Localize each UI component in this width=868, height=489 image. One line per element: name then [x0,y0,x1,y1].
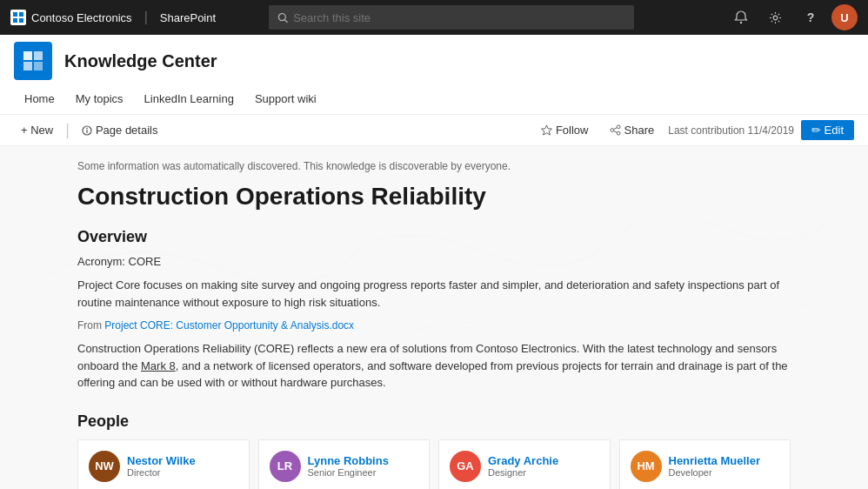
source-prefix: From [77,319,104,332]
user-avatar[interactable]: U [831,4,858,30]
svg-rect-8 [23,51,32,60]
star-icon [541,124,552,136]
app-logo-group[interactable]: Contoso Electronics [10,10,132,25]
mark8-text: Mark 8 [141,359,176,372]
info-banner: Some information was automatically disco… [77,160,791,172]
person-name[interactable]: Grady Archie [488,454,558,467]
person-card: GA Grady Archie Designer Design manager … [438,439,611,490]
nav-my-topics[interactable]: My topics [65,85,134,114]
person-role: Designer [488,467,558,478]
settings-icon[interactable] [762,3,790,31]
source-link-anchor[interactable]: Project CORE: Customer Opportunity & Ana… [104,319,354,332]
notifications-icon[interactable] [727,3,755,31]
sharepoint-label: SharePoint [160,11,216,24]
last-contribution: Last contribution 11/4/2019 [668,124,794,137]
follow-label: Follow [556,124,589,137]
nav-support-wiki[interactable]: Support wiki [244,85,327,114]
svg-point-14 [86,127,88,129]
toolbar-right: Follow Share Last contribution 11/4/2019… [534,120,854,140]
top-nav-icons: ? U [727,3,858,31]
person-info: Henrietta Mueller Developer [669,454,760,478]
person-avatar: GA [450,451,481,482]
svg-line-5 [284,19,287,22]
page-details-label: Page details [96,124,158,137]
people-section: People NW Nestor Wilke Director Leads co… [77,412,791,490]
person-card: HM Henrietta Mueller Developer Developme… [619,439,791,490]
svg-point-6 [740,22,742,23]
acronym-line: Acronym: CORE [77,255,791,268]
person-role: Senior Engineer [308,467,389,478]
svg-line-20 [613,131,617,132]
page-title: Construction Operations Reliability [77,183,791,211]
svg-rect-1 [19,12,23,17]
main-content: Some information was automatically disco… [0,146,868,489]
site-header: Knowledge Center Home My topics LinkedIn… [0,35,868,115]
svg-rect-2 [13,18,17,23]
new-button[interactable]: + New [14,120,60,140]
share-button[interactable]: Share [603,120,662,140]
person-card: NW Nestor Wilke Director Leads construct… [77,439,250,490]
person-info: Grady Archie Designer [488,454,558,478]
site-header-top: Knowledge Center [14,42,854,85]
nav-home[interactable]: Home [14,85,65,114]
person-card-top: NW Nestor Wilke Director [89,451,238,482]
site-title-group: Knowledge Center [64,51,217,71]
overview-description: Project Core focuses on making site surv… [77,277,791,311]
svg-rect-0 [13,12,17,17]
svg-rect-9 [34,51,43,60]
extended-description: Construction Operations Reliability (COR… [77,340,791,392]
share-label: Share [624,124,655,137]
content-wrapper: Some information was automatically disco… [77,146,791,489]
person-card-top: LR Lynne Robbins Senior Engineer [270,451,419,482]
svg-point-7 [774,16,778,20]
app-logo-icon [10,10,26,25]
person-card-top: HM Henrietta Mueller Developer [631,451,780,482]
app-name: Contoso Electronics [31,11,132,24]
page-details-button[interactable]: Page details [75,120,165,140]
nav-linkedin-learning[interactable]: LinkedIn Learning [134,85,244,114]
person-role: Director [127,467,196,478]
site-navigation: Home My topics LinkedIn Learning Support… [14,85,854,114]
toolbar: + New | Page details Follow [0,115,868,146]
person-avatar: NW [89,451,120,482]
people-grid: NW Nestor Wilke Director Leads construct… [77,439,791,490]
edit-button[interactable]: ✏ Edit [801,120,854,140]
person-role: Developer [669,467,760,478]
search-icon [277,12,288,23]
top-navigation: Contoso Electronics | SharePoint ? U [0,0,868,35]
share-icon [610,124,621,136]
svg-rect-3 [19,18,23,23]
person-name[interactable]: Nestor Wilke [127,454,196,467]
svg-point-18 [617,131,620,135]
search-input[interactable] [293,11,625,24]
person-name[interactable]: Henrietta Mueller [669,454,760,467]
person-avatar: LR [270,451,301,482]
overview-heading: Overview [77,228,791,246]
person-info: Lynne Robbins Senior Engineer [308,454,389,478]
svg-line-19 [613,128,617,130]
svg-point-17 [610,129,613,132]
person-info: Nestor Wilke Director [127,454,196,478]
svg-point-16 [617,125,620,129]
toolbar-left: + New | Page details [14,120,164,140]
page-details-icon [82,125,92,136]
person-avatar: HM [631,451,662,482]
help-icon[interactable]: ? [797,3,825,31]
person-card-top: GA Grady Archie Designer [450,451,599,482]
nav-separator: | [144,10,148,25]
source-link: From Project CORE: Customer Opportunity … [77,319,791,332]
search-bar[interactable] [269,5,634,30]
follow-button[interactable]: Follow [534,120,596,140]
svg-rect-10 [23,62,32,70]
site-logo [14,42,52,80]
toolbar-separator: | [65,121,70,139]
site-title: Knowledge Center [64,51,217,71]
person-name[interactable]: Lynne Robbins [308,454,389,467]
overview-section: Overview Acronym: CORE Project Core focu… [77,228,791,392]
people-heading: People [77,412,791,431]
svg-point-4 [278,13,285,20]
person-card: LR Lynne Robbins Senior Engineer Senior … [258,439,431,490]
svg-rect-11 [34,62,43,70]
svg-marker-15 [541,125,551,135]
